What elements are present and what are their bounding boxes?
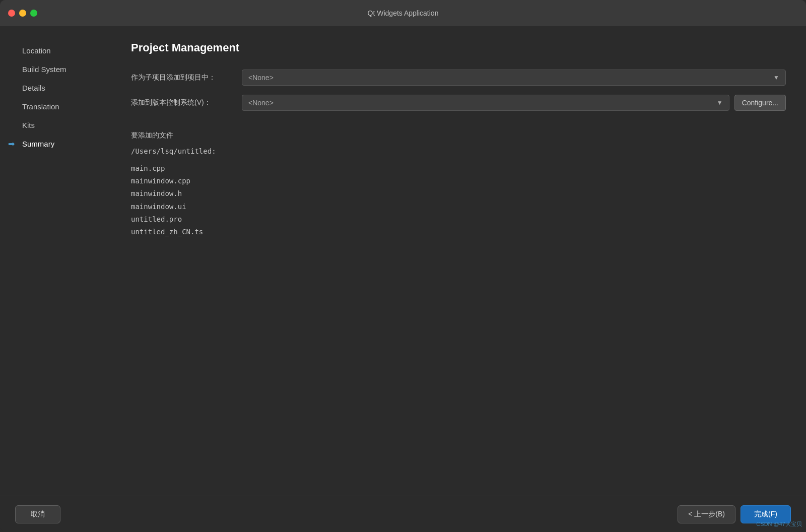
files-list: main.cppmainwindow.cppmainwindow.hmainwi… [131,162,786,238]
sidebar-item-label: Kits [22,121,35,129]
sidebar-item-kits[interactable]: Kits [0,116,111,135]
vcs-control-wrapper: <None> ▼ Configure... [242,95,786,111]
window-title: Qt Widgets Application [368,9,439,17]
vcs-select-value: <None> [248,99,274,107]
watermark: CSDN @47大宝贝 [756,520,802,528]
window: Qt Widgets Application Location Build Sy… [0,0,806,532]
sidebar-item-label: Details [22,84,45,92]
page-title: Project Management [131,41,786,54]
files-path: /Users/lsq/untitled: [131,147,786,155]
configure-button[interactable]: Configure... [734,95,786,111]
cancel-button[interactable]: 取消 [15,505,60,523]
form-row-subproject: 作为子项目添加到项目中： <None> ▼ [131,70,786,86]
vcs-label: 添加到版本控制系统(V)： [131,98,242,107]
traffic-lights [8,10,37,17]
sidebar-item-details[interactable]: Details [0,79,111,97]
content-area: Project Management 作为子项目添加到项目中： <None> ▼… [111,26,806,496]
footer-left: 取消 [15,505,60,523]
list-item: untitled_zh_CN.ts [131,226,786,238]
subproject-select-value: <None> [248,74,274,82]
form-row-vcs: 添加到版本控制系统(V)： <None> ▼ Configure... [131,95,786,111]
sidebar: Location Build System Details Translatio… [0,26,111,496]
list-item: mainwindow.cpp [131,175,786,187]
sidebar-item-location[interactable]: Location [0,41,111,60]
sidebar-item-label: Summary [22,140,54,148]
maximize-button[interactable] [30,10,37,17]
list-item: mainwindow.h [131,187,786,200]
list-item: untitled.pro [131,213,786,226]
sidebar-item-build-system[interactable]: Build System [0,60,111,79]
sidebar-item-label: Location [22,46,51,55]
files-heading: 要添加的文件 [131,131,786,140]
subproject-control-wrapper: <None> ▼ [242,70,786,86]
sidebar-item-label: Translation [22,102,59,111]
sidebar-item-label: Build System [22,65,66,74]
list-item: main.cpp [131,162,786,175]
close-button[interactable] [8,10,15,17]
chevron-down-icon: ▼ [773,74,779,81]
vcs-select[interactable]: <None> ▼ [242,95,729,111]
footer: 取消 < 上一步(B) 完成(F) [0,496,806,532]
sidebar-item-summary[interactable]: ➡ Summary [0,135,111,153]
list-item: mainwindow.ui [131,201,786,213]
arrow-right-icon: ➡ [8,138,15,149]
chevron-down-icon: ▼ [717,99,723,106]
title-bar: Qt Widgets Application [0,0,806,26]
sidebar-item-translation[interactable]: Translation [0,97,111,116]
main-content: Location Build System Details Translatio… [0,26,806,496]
subproject-select[interactable]: <None> ▼ [242,70,786,86]
back-button[interactable]: < 上一步(B) [678,505,735,523]
files-section: 要添加的文件 /Users/lsq/untitled: main.cppmain… [131,131,786,238]
minimize-button[interactable] [19,10,26,17]
subproject-label: 作为子项目添加到项目中： [131,73,242,82]
